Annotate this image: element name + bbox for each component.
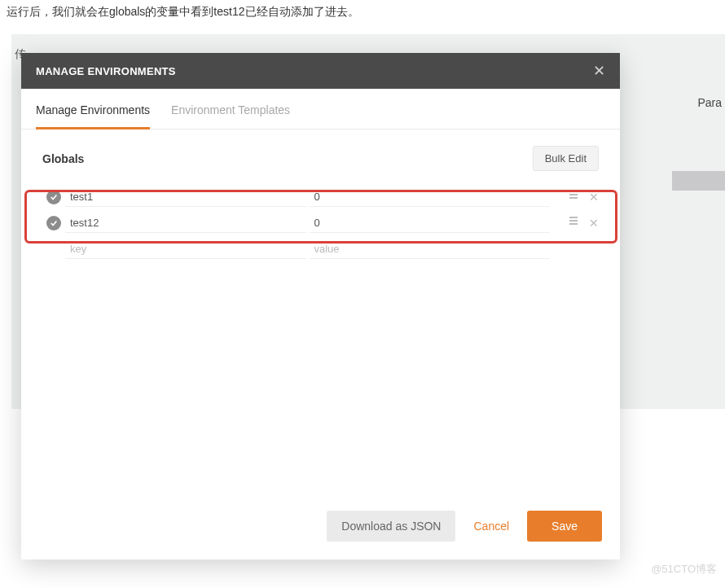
modal-title: MANAGE ENVIRONMENTS <box>36 65 176 77</box>
page-description: 运行后，我们就会在globals的变量中看到test12已经自动添加了进去。 <box>0 0 725 34</box>
modal-tabs: Manage Environments Environment Template… <box>21 89 620 129</box>
row-actions: ✕ <box>550 191 599 204</box>
save-button[interactable]: Save <box>527 511 602 542</box>
value-input[interactable]: 0 <box>310 187 551 207</box>
row-enabled-toggle[interactable] <box>42 190 65 204</box>
bg-tab-params[interactable]: Para <box>697 96 722 109</box>
watermark-text: @51CTO博客 <box>651 562 717 577</box>
row-actions: ✕ <box>550 217 599 230</box>
tab-environment-templates[interactable]: Environment Templates <box>171 89 290 129</box>
download-json-button[interactable]: Download as JSON <box>327 511 455 542</box>
drag-handle-icon[interactable] <box>569 217 578 230</box>
value-input[interactable]: value <box>310 239 551 259</box>
globals-header: Globals Bulk Edit <box>42 146 599 171</box>
manage-environments-modal: MANAGE ENVIRONMENTS ✕ Manage Environment… <box>21 53 620 559</box>
cancel-button[interactable]: Cancel <box>468 511 514 542</box>
table-row: test1 0 ✕ <box>42 184 599 210</box>
table-row: test12 0 ✕ <box>42 210 599 236</box>
key-input[interactable]: test1 <box>65 187 306 207</box>
table-row-placeholder: key value <box>42 236 599 262</box>
globals-title: Globals <box>42 152 84 165</box>
bulk-edit-button[interactable]: Bulk Edit <box>533 146 599 171</box>
delete-row-icon[interactable]: ✕ <box>589 191 599 204</box>
value-input[interactable]: 0 <box>310 213 551 233</box>
key-input[interactable]: key <box>65 239 306 259</box>
row-enabled-toggle[interactable] <box>42 216 65 230</box>
check-icon <box>46 190 61 204</box>
globals-table: test1 0 ✕ test12 0 ✕ <box>42 184 599 262</box>
drag-handle-icon[interactable] <box>569 191 578 204</box>
modal-footer: Download as JSON Cancel Save <box>21 496 620 559</box>
bg-highlight-strip <box>672 171 725 191</box>
tab-manage-environments[interactable]: Manage Environments <box>36 89 150 129</box>
check-icon <box>46 216 61 230</box>
close-icon[interactable]: ✕ <box>593 64 605 78</box>
modal-content: Globals Bulk Edit test1 0 ✕ <box>21 129 620 496</box>
delete-row-icon[interactable]: ✕ <box>589 217 599 230</box>
key-input[interactable]: test12 <box>65 213 306 233</box>
modal-header: MANAGE ENVIRONMENTS ✕ <box>21 53 620 89</box>
